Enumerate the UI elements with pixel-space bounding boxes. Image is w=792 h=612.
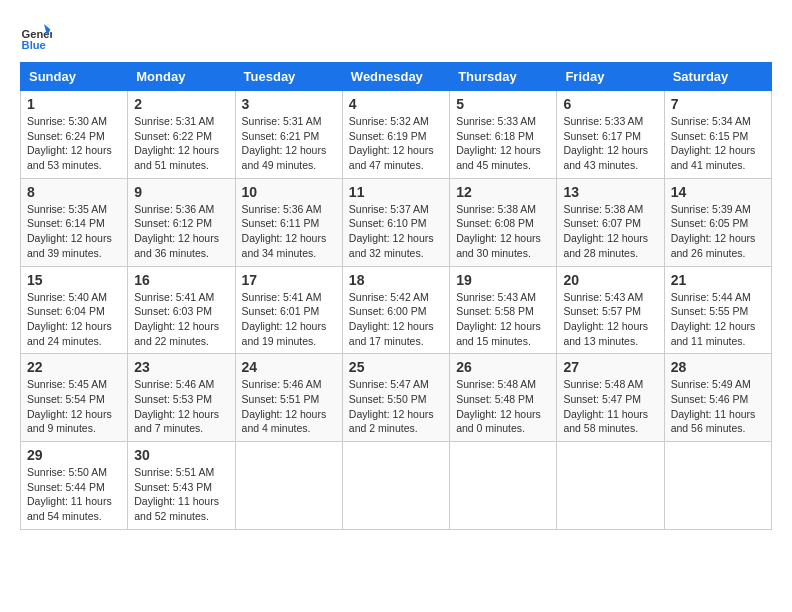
cell-info: Sunrise: 5:51 AM Sunset: 5:43 PM Dayligh…	[134, 465, 228, 524]
calendar-cell: 13Sunrise: 5:38 AM Sunset: 6:07 PM Dayli…	[557, 178, 664, 266]
cell-info: Sunrise: 5:35 AM Sunset: 6:14 PM Dayligh…	[27, 202, 121, 261]
cell-info: Sunrise: 5:38 AM Sunset: 6:08 PM Dayligh…	[456, 202, 550, 261]
calendar-cell: 12Sunrise: 5:38 AM Sunset: 6:08 PM Dayli…	[450, 178, 557, 266]
calendar-week-1: 1Sunrise: 5:30 AM Sunset: 6:24 PM Daylig…	[21, 91, 772, 179]
day-number: 22	[27, 359, 121, 375]
day-number: 11	[349, 184, 443, 200]
cell-info: Sunrise: 5:44 AM Sunset: 5:55 PM Dayligh…	[671, 290, 765, 349]
day-number: 23	[134, 359, 228, 375]
cell-info: Sunrise: 5:50 AM Sunset: 5:44 PM Dayligh…	[27, 465, 121, 524]
cell-info: Sunrise: 5:46 AM Sunset: 5:51 PM Dayligh…	[242, 377, 336, 436]
day-number: 2	[134, 96, 228, 112]
calendar-cell: 19Sunrise: 5:43 AM Sunset: 5:58 PM Dayli…	[450, 266, 557, 354]
calendar-cell: 30Sunrise: 5:51 AM Sunset: 5:43 PM Dayli…	[128, 442, 235, 530]
day-number: 13	[563, 184, 657, 200]
page-header: General Blue	[20, 20, 772, 52]
cell-info: Sunrise: 5:37 AM Sunset: 6:10 PM Dayligh…	[349, 202, 443, 261]
calendar-cell: 9Sunrise: 5:36 AM Sunset: 6:12 PM Daylig…	[128, 178, 235, 266]
cell-info: Sunrise: 5:41 AM Sunset: 6:01 PM Dayligh…	[242, 290, 336, 349]
calendar-cell: 18Sunrise: 5:42 AM Sunset: 6:00 PM Dayli…	[342, 266, 449, 354]
cell-info: Sunrise: 5:43 AM Sunset: 5:57 PM Dayligh…	[563, 290, 657, 349]
calendar-cell: 4Sunrise: 5:32 AM Sunset: 6:19 PM Daylig…	[342, 91, 449, 179]
calendar-cell: 25Sunrise: 5:47 AM Sunset: 5:50 PM Dayli…	[342, 354, 449, 442]
cell-info: Sunrise: 5:47 AM Sunset: 5:50 PM Dayligh…	[349, 377, 443, 436]
day-number: 15	[27, 272, 121, 288]
cell-info: Sunrise: 5:43 AM Sunset: 5:58 PM Dayligh…	[456, 290, 550, 349]
day-number: 9	[134, 184, 228, 200]
calendar-cell: 8Sunrise: 5:35 AM Sunset: 6:14 PM Daylig…	[21, 178, 128, 266]
cell-info: Sunrise: 5:31 AM Sunset: 6:21 PM Dayligh…	[242, 114, 336, 173]
calendar-cell	[450, 442, 557, 530]
day-number: 26	[456, 359, 550, 375]
day-number: 30	[134, 447, 228, 463]
calendar-cell: 23Sunrise: 5:46 AM Sunset: 5:53 PM Dayli…	[128, 354, 235, 442]
calendar-cell	[235, 442, 342, 530]
day-number: 25	[349, 359, 443, 375]
cell-info: Sunrise: 5:48 AM Sunset: 5:48 PM Dayligh…	[456, 377, 550, 436]
calendar-cell: 16Sunrise: 5:41 AM Sunset: 6:03 PM Dayli…	[128, 266, 235, 354]
day-number: 17	[242, 272, 336, 288]
day-number: 3	[242, 96, 336, 112]
calendar-week-3: 15Sunrise: 5:40 AM Sunset: 6:04 PM Dayli…	[21, 266, 772, 354]
logo: General Blue	[20, 20, 52, 52]
day-number: 1	[27, 96, 121, 112]
calendar-table: SundayMondayTuesdayWednesdayThursdayFrid…	[20, 62, 772, 530]
calendar-cell: 26Sunrise: 5:48 AM Sunset: 5:48 PM Dayli…	[450, 354, 557, 442]
calendar-header-row: SundayMondayTuesdayWednesdayThursdayFrid…	[21, 63, 772, 91]
calendar-week-5: 29Sunrise: 5:50 AM Sunset: 5:44 PM Dayli…	[21, 442, 772, 530]
calendar-cell	[342, 442, 449, 530]
cell-info: Sunrise: 5:34 AM Sunset: 6:15 PM Dayligh…	[671, 114, 765, 173]
calendar-cell	[664, 442, 771, 530]
cell-info: Sunrise: 5:31 AM Sunset: 6:22 PM Dayligh…	[134, 114, 228, 173]
calendar-cell: 2Sunrise: 5:31 AM Sunset: 6:22 PM Daylig…	[128, 91, 235, 179]
day-number: 5	[456, 96, 550, 112]
cell-info: Sunrise: 5:46 AM Sunset: 5:53 PM Dayligh…	[134, 377, 228, 436]
cell-info: Sunrise: 5:45 AM Sunset: 5:54 PM Dayligh…	[27, 377, 121, 436]
calendar-cell: 15Sunrise: 5:40 AM Sunset: 6:04 PM Dayli…	[21, 266, 128, 354]
column-header-saturday: Saturday	[664, 63, 771, 91]
cell-info: Sunrise: 5:36 AM Sunset: 6:11 PM Dayligh…	[242, 202, 336, 261]
day-number: 18	[349, 272, 443, 288]
calendar-cell: 27Sunrise: 5:48 AM Sunset: 5:47 PM Dayli…	[557, 354, 664, 442]
calendar-cell: 1Sunrise: 5:30 AM Sunset: 6:24 PM Daylig…	[21, 91, 128, 179]
column-header-thursday: Thursday	[450, 63, 557, 91]
calendar-cell: 7Sunrise: 5:34 AM Sunset: 6:15 PM Daylig…	[664, 91, 771, 179]
day-number: 28	[671, 359, 765, 375]
cell-info: Sunrise: 5:36 AM Sunset: 6:12 PM Dayligh…	[134, 202, 228, 261]
calendar-cell: 28Sunrise: 5:49 AM Sunset: 5:46 PM Dayli…	[664, 354, 771, 442]
calendar-cell: 5Sunrise: 5:33 AM Sunset: 6:18 PM Daylig…	[450, 91, 557, 179]
day-number: 16	[134, 272, 228, 288]
cell-info: Sunrise: 5:33 AM Sunset: 6:18 PM Dayligh…	[456, 114, 550, 173]
calendar-cell: 20Sunrise: 5:43 AM Sunset: 5:57 PM Dayli…	[557, 266, 664, 354]
calendar-cell: 17Sunrise: 5:41 AM Sunset: 6:01 PM Dayli…	[235, 266, 342, 354]
column-header-monday: Monday	[128, 63, 235, 91]
column-header-friday: Friday	[557, 63, 664, 91]
day-number: 6	[563, 96, 657, 112]
column-header-tuesday: Tuesday	[235, 63, 342, 91]
calendar-week-4: 22Sunrise: 5:45 AM Sunset: 5:54 PM Dayli…	[21, 354, 772, 442]
column-header-sunday: Sunday	[21, 63, 128, 91]
calendar-cell: 29Sunrise: 5:50 AM Sunset: 5:44 PM Dayli…	[21, 442, 128, 530]
day-number: 4	[349, 96, 443, 112]
cell-info: Sunrise: 5:49 AM Sunset: 5:46 PM Dayligh…	[671, 377, 765, 436]
cell-info: Sunrise: 5:30 AM Sunset: 6:24 PM Dayligh…	[27, 114, 121, 173]
cell-info: Sunrise: 5:48 AM Sunset: 5:47 PM Dayligh…	[563, 377, 657, 436]
day-number: 12	[456, 184, 550, 200]
logo-icon: General Blue	[20, 20, 52, 52]
calendar-cell	[557, 442, 664, 530]
day-number: 24	[242, 359, 336, 375]
column-header-wednesday: Wednesday	[342, 63, 449, 91]
calendar-cell: 11Sunrise: 5:37 AM Sunset: 6:10 PM Dayli…	[342, 178, 449, 266]
day-number: 8	[27, 184, 121, 200]
day-number: 29	[27, 447, 121, 463]
day-number: 14	[671, 184, 765, 200]
day-number: 20	[563, 272, 657, 288]
day-number: 27	[563, 359, 657, 375]
cell-info: Sunrise: 5:42 AM Sunset: 6:00 PM Dayligh…	[349, 290, 443, 349]
cell-info: Sunrise: 5:40 AM Sunset: 6:04 PM Dayligh…	[27, 290, 121, 349]
calendar-cell: 14Sunrise: 5:39 AM Sunset: 6:05 PM Dayli…	[664, 178, 771, 266]
day-number: 19	[456, 272, 550, 288]
calendar-cell: 6Sunrise: 5:33 AM Sunset: 6:17 PM Daylig…	[557, 91, 664, 179]
calendar-cell: 3Sunrise: 5:31 AM Sunset: 6:21 PM Daylig…	[235, 91, 342, 179]
day-number: 10	[242, 184, 336, 200]
